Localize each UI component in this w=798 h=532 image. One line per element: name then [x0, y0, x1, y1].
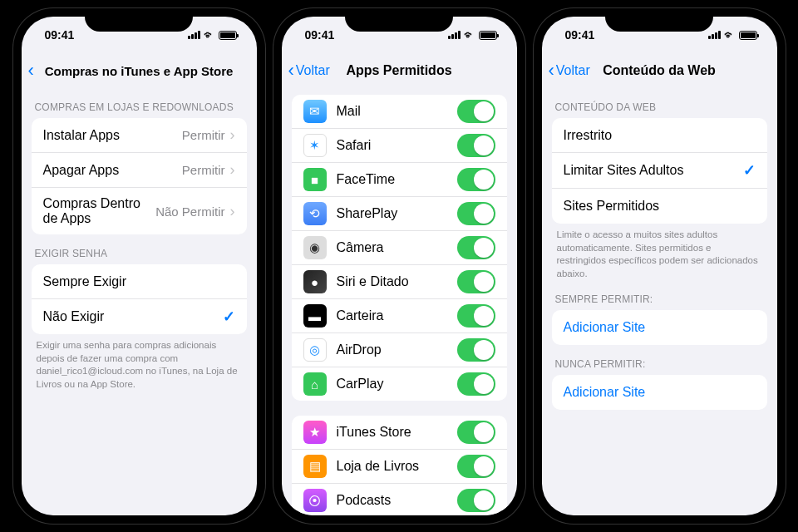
content[interactable]: CONTEÚDO DA WEB Irrestrito Limitar Sites…: [542, 88, 777, 515]
chevron-right-icon: ›: [230, 203, 235, 220]
app-label: Loja de Livros: [337, 459, 457, 474]
podcasts-icon: ⦿: [303, 489, 327, 512]
battery-icon: [219, 31, 237, 40]
camera-icon: ◉: [303, 236, 327, 259]
section-footer: Limite o acesso a muitos sites adultos a…: [542, 224, 777, 280]
settings-group: Instalar Apps Permitir › Apagar Apps Per…: [32, 118, 247, 234]
app-label: AirDrop: [337, 342, 457, 357]
app-label: FaceTime: [337, 172, 457, 187]
toggle-airdrop[interactable]: [457, 338, 495, 362]
phone-2: 09:41 ᯤ ‹ Voltar Apps Permitidos ✉Mail✶S…: [273, 8, 525, 524]
status-right: ᯤ: [448, 28, 497, 42]
app-row-books[interactable]: ▤Loja de Livros: [292, 450, 507, 484]
app-row-airdrop[interactable]: ◎AirDrop: [292, 333, 507, 367]
app-row-podcasts[interactable]: ⦿Podcasts: [292, 484, 507, 515]
toggle-siri[interactable]: [457, 270, 495, 293]
settings-group: Adicionar Site: [552, 375, 767, 410]
app-row-camera[interactable]: ◉Câmera: [292, 231, 507, 265]
shareplay-icon: ⟲: [303, 202, 327, 225]
toggle-wallet[interactable]: [457, 304, 495, 328]
apps-group: ★iTunes Store▤Loja de Livros⦿Podcasts♥Sa…: [292, 416, 507, 515]
status-right: ᯤ: [708, 28, 757, 42]
toggle-safari[interactable]: [457, 134, 495, 157]
chevron-right-icon: ›: [230, 126, 235, 144]
toggle-podcasts[interactable]: [457, 489, 495, 512]
status-time: 09:41: [305, 28, 335, 42]
app-label: Safari: [337, 138, 457, 153]
app-row-mail[interactable]: ✉Mail: [292, 95, 507, 129]
toggle-carplay[interactable]: [457, 372, 495, 396]
status-right: ᯤ: [188, 28, 237, 42]
app-label: Câmera: [337, 240, 457, 255]
nav-bar: ‹ Compras no iTunes e App Store: [22, 53, 257, 88]
signal-icon: [708, 31, 721, 39]
itunes-icon: ★: [303, 421, 327, 444]
wifi-icon: ᯤ: [204, 28, 215, 42]
app-row-shareplay[interactable]: ⟲SharePlay: [292, 197, 507, 231]
screen-2: 09:41 ᯤ ‹ Voltar Apps Permitidos ✉Mail✶S…: [282, 17, 517, 515]
battery-icon: [479, 31, 497, 40]
toggle-itunes[interactable]: [457, 421, 495, 444]
row-irrestrito[interactable]: Irrestrito: [552, 118, 767, 153]
toggle-facetime[interactable]: [457, 168, 495, 191]
toggle-books[interactable]: [457, 455, 495, 478]
row-sempre-exigir[interactable]: Sempre Exigir: [32, 264, 247, 299]
settings-group: Adicionar Site: [552, 310, 767, 345]
row-instalar-apps[interactable]: Instalar Apps Permitir ›: [32, 118, 247, 153]
row-limitar-sites[interactable]: Limitar Sites Adultos ✓: [552, 153, 767, 189]
app-row-facetime[interactable]: ■FaceTime: [292, 163, 507, 197]
settings-group: Sempre Exigir Não Exigir ✓: [32, 264, 247, 334]
page-title: Compras no iTunes e App Store: [22, 64, 257, 78]
app-label: Mail: [337, 104, 457, 119]
mail-icon: ✉: [303, 100, 327, 123]
toggle-mail[interactable]: [457, 100, 495, 123]
app-label: SharePlay: [337, 206, 457, 221]
chevron-left-icon: ‹: [28, 62, 34, 80]
airdrop-icon: ◎: [303, 338, 327, 362]
row-compras-dentro[interactable]: Compras Dentro de Apps Não Permitir ›: [32, 188, 247, 234]
status-time: 09:41: [45, 28, 75, 42]
app-row-wallet[interactable]: ▬Carteira: [292, 299, 507, 333]
battery-icon: [739, 31, 757, 40]
section-header: NUNCA PERMITIR:: [542, 345, 777, 375]
app-row-itunes[interactable]: ★iTunes Store: [292, 416, 507, 450]
app-label: Podcasts: [337, 493, 457, 508]
siri-icon: ●: [303, 270, 327, 293]
wallet-icon: ▬: [303, 304, 327, 328]
row-sites-permitidos[interactable]: Sites Permitidos: [552, 189, 767, 224]
row-adicionar-site[interactable]: Adicionar Site: [552, 375, 767, 410]
row-adicionar-site[interactable]: Adicionar Site: [552, 310, 767, 345]
section-footer: Exigir uma senha para compras adicionais…: [22, 334, 257, 391]
signal-icon: [188, 31, 200, 39]
app-row-safari[interactable]: ✶Safari: [292, 129, 507, 163]
back-button[interactable]: ‹ Voltar: [288, 62, 330, 80]
checkmark-icon: ✓: [743, 161, 756, 180]
notch: [85, 8, 193, 32]
phone-3: 09:41 ᯤ ‹ Voltar Conteúdo da Web CONTEÚD…: [534, 8, 786, 524]
wifi-icon: ᯤ: [464, 28, 475, 42]
app-label: Carteira: [337, 308, 457, 323]
safari-icon: ✶: [303, 134, 327, 157]
chevron-left-icon: ‹: [288, 62, 294, 80]
chevron-right-icon: ›: [230, 161, 235, 179]
apps-group: ✉Mail✶Safari■FaceTime⟲SharePlay◉Câmera●S…: [292, 95, 507, 401]
app-label: iTunes Store: [337, 425, 457, 440]
screen-3: 09:41 ᯤ ‹ Voltar Conteúdo da Web CONTEÚD…: [542, 17, 777, 515]
content[interactable]: ✉Mail✶Safari■FaceTime⟲SharePlay◉Câmera●S…: [282, 88, 517, 515]
section-header: COMPRAS EM LOJAS E REDOWNLOADS: [22, 88, 257, 118]
row-nao-exigir[interactable]: Não Exigir ✓: [32, 299, 247, 334]
back-button[interactable]: ‹: [28, 62, 36, 80]
row-apagar-apps[interactable]: Apagar Apps Permitir ›: [32, 153, 247, 188]
notch: [605, 8, 713, 32]
app-row-siri[interactable]: ●Siri e Ditado: [292, 265, 507, 299]
content[interactable]: COMPRAS EM LOJAS E REDOWNLOADS Instalar …: [22, 88, 257, 515]
checkmark-icon: ✓: [223, 308, 235, 326]
screen-1: 09:41 ᯤ ‹ Compras no iTunes e App Store …: [22, 17, 257, 515]
toggle-shareplay[interactable]: [457, 202, 495, 225]
toggle-camera[interactable]: [457, 236, 495, 259]
back-button[interactable]: ‹ Voltar: [549, 62, 590, 80]
notch: [345, 8, 453, 32]
status-time: 09:41: [565, 28, 595, 42]
section-header: CONTEÚDO DA WEB: [542, 88, 777, 118]
app-row-carplay[interactable]: ⌂CarPlay: [292, 367, 507, 401]
